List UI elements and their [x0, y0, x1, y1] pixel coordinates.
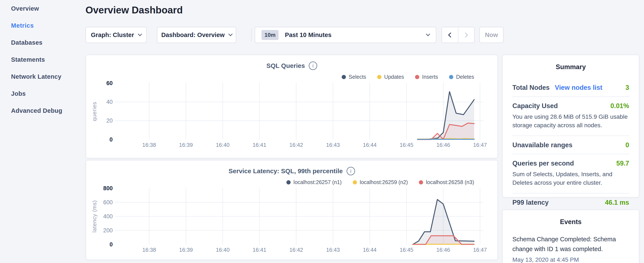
svg-text:16:40: 16:40	[216, 142, 230, 148]
sidebar-item-statements[interactable]: Statements	[0, 51, 86, 68]
svg-text:16:43: 16:43	[326, 142, 340, 148]
view-nodes-list-link[interactable]: View nodes list	[555, 84, 602, 91]
sidebar-item-metrics[interactable]: Metrics	[0, 17, 86, 34]
svg-text:16:38: 16:38	[142, 247, 156, 253]
svg-text:400: 400	[103, 213, 113, 220]
time-range-selector[interactable]: 10m Past 10 Minutes	[255, 27, 436, 43]
svg-text:16:41: 16:41	[252, 247, 266, 253]
svg-text:latency (ms): latency (ms)	[92, 200, 98, 232]
svg-text:40: 40	[106, 99, 113, 105]
summary-row-unavailable-ranges: Unavailable ranges 0	[512, 136, 629, 154]
svg-text:60: 60	[106, 80, 113, 86]
svg-text:16:45: 16:45	[400, 142, 413, 148]
summary-row-total-nodes: Total Nodes View nodes list 3	[512, 79, 629, 96]
service-latency-chart-plot: 020040060080016:3816:3916:4016:4116:4216…	[86, 160, 498, 259]
queries-per-second-description: Sum of Selects, Updates, Inserts, and De…	[512, 170, 632, 193]
svg-text:16:42: 16:42	[289, 142, 303, 148]
dashboard-dropdown-label: Dashboard: Overview	[161, 32, 224, 39]
svg-text:0: 0	[110, 241, 113, 248]
svg-text:0: 0	[110, 136, 113, 143]
chevron-down-icon	[426, 32, 430, 36]
sidebar: Overview Metrics Databases Statements Ne…	[0, 0, 86, 263]
sidebar-item-overview[interactable]: Overview	[0, 0, 86, 17]
summary-row-qps: Queries per second 59.7	[512, 154, 629, 172]
event-timestamp: May 13, 2020 at 4:45 PM	[512, 256, 629, 263]
time-range-label: Past 10 Minutes	[285, 32, 426, 39]
svg-text:16:46: 16:46	[436, 142, 450, 148]
controls-bar: Graph: Cluster Dashboard: Overview 10m P…	[86, 27, 600, 43]
sql-queries-chart-plot: 020406016:3816:3916:4016:4116:4216:4316:…	[86, 55, 498, 158]
svg-text:16:47: 16:47	[473, 247, 487, 253]
sql-queries-chart-card: SQL Queries i SelectsUpdatesInsertsDelet…	[86, 55, 498, 158]
time-step-buttons	[442, 27, 474, 43]
events-panel: Events Schema Change Completed: Schema c…	[502, 210, 639, 263]
total-nodes-value: 3	[626, 84, 629, 92]
queries-per-second-label: Queries per second	[512, 160, 574, 167]
event-text: Schema Change Completed: Schema change w…	[512, 234, 629, 254]
svg-text:16:44: 16:44	[363, 247, 376, 253]
events-title: Events	[502, 210, 639, 226]
unavailable-ranges-label: Unavailable ranges	[512, 141, 572, 149]
capacity-used-label: Capacity Used	[512, 102, 558, 110]
svg-text:800: 800	[103, 185, 113, 191]
graph-dropdown[interactable]: Graph: Cluster	[86, 27, 147, 43]
unavailable-ranges-value: 0	[626, 141, 629, 149]
svg-text:16:47: 16:47	[473, 142, 487, 148]
dashboard-dropdown[interactable]: Dashboard: Overview	[157, 27, 236, 43]
svg-text:600: 600	[103, 199, 113, 205]
svg-text:16:39: 16:39	[179, 247, 193, 253]
chevron-left-icon	[448, 32, 453, 38]
graph-dropdown-label: Graph: Cluster	[91, 32, 134, 39]
now-button[interactable]: Now	[480, 27, 504, 43]
p99-latency-label: P99 latency	[512, 199, 549, 206]
summary-row-p99: P99 latency 46.1 ms	[512, 193, 629, 211]
time-range-badge: 10m	[262, 30, 278, 40]
chevron-down-icon	[228, 32, 232, 36]
svg-text:queries: queries	[92, 102, 98, 121]
divider	[251, 29, 252, 41]
time-back-button[interactable]	[442, 27, 458, 43]
svg-text:16:46: 16:46	[436, 247, 450, 253]
capacity-used-value: 0.01%	[610, 102, 629, 110]
summary-panel: Summary Total Nodes View nodes list 3 Ca…	[502, 55, 639, 197]
summary-title: Summary	[502, 55, 639, 71]
svg-text:16:41: 16:41	[252, 142, 266, 148]
svg-text:16:43: 16:43	[326, 247, 340, 253]
total-nodes-label: Total Nodes	[512, 84, 550, 91]
chevron-down-icon	[138, 32, 142, 36]
sidebar-item-network-latency[interactable]: Network Latency	[0, 68, 86, 85]
service-latency-chart-card: Service Latency: SQL, 99th percentile i …	[86, 160, 498, 260]
svg-text:16:45: 16:45	[400, 247, 413, 253]
svg-text:20: 20	[106, 117, 113, 124]
p99-latency-value: 46.1 ms	[605, 199, 629, 206]
svg-text:16:40: 16:40	[216, 247, 230, 253]
svg-text:200: 200	[103, 227, 113, 234]
summary-row-capacity: Capacity Used 0.01%	[512, 97, 629, 115]
time-forward-button[interactable]	[458, 27, 474, 43]
sidebar-item-databases[interactable]: Databases	[0, 34, 86, 51]
svg-text:16:39: 16:39	[179, 142, 193, 148]
queries-per-second-value: 59.7	[616, 160, 629, 167]
sidebar-item-jobs[interactable]: Jobs	[0, 85, 86, 102]
sidebar-item-advanced-debug[interactable]: Advanced Debug	[0, 102, 86, 119]
event-list-item: Schema Change Completed: Schema change w…	[502, 226, 639, 263]
svg-text:16:42: 16:42	[289, 247, 303, 253]
svg-text:16:44: 16:44	[363, 142, 376, 148]
chevron-right-icon	[463, 32, 468, 38]
page-title: Overview Dashboard	[86, 4, 183, 16]
capacity-used-description: You are using 28.6 MiB of 515.9 GiB usab…	[512, 113, 632, 136]
svg-text:16:38: 16:38	[142, 142, 156, 148]
